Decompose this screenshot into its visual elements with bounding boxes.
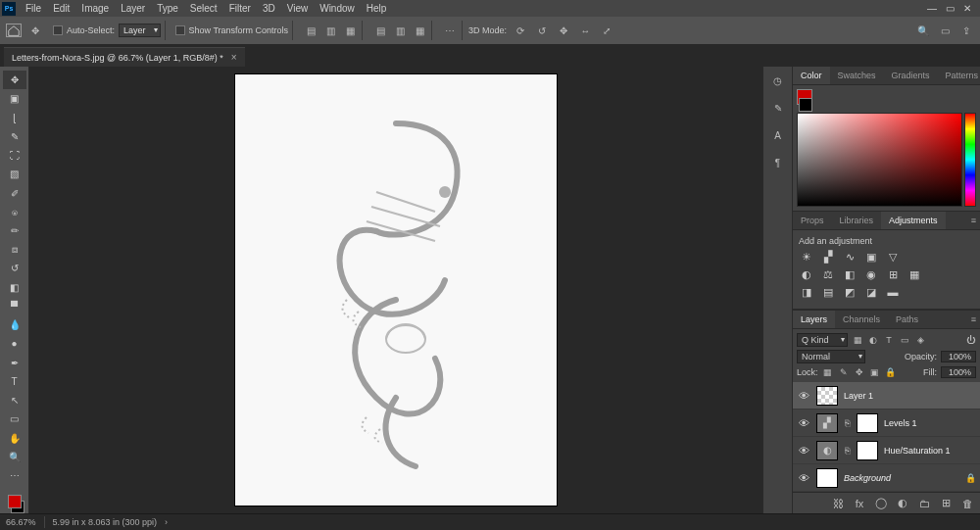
- 3d-orbit-icon[interactable]: ⟳: [513, 23, 528, 38]
- edit-toolbar[interactable]: ⋯: [3, 466, 26, 485]
- layer-name[interactable]: Hue/Saturation 1: [884, 446, 951, 456]
- move-tool-indicator-icon[interactable]: ✥: [27, 23, 43, 38]
- layer-row[interactable]: 👁 ▞ ⎘ Levels 1: [793, 410, 980, 437]
- adjustment-thumbnail[interactable]: ◐: [816, 441, 838, 460]
- delete-layer-icon[interactable]: 🗑: [960, 497, 974, 510]
- move-tool[interactable]: ✥: [3, 71, 26, 89]
- dodge-tool[interactable]: ●: [3, 334, 26, 353]
- history-panel-icon[interactable]: ◷: [768, 71, 788, 90]
- mask-link-icon[interactable]: ⎘: [844, 418, 851, 428]
- adj-brightness-icon[interactable]: ☀: [799, 250, 814, 264]
- new-layer-icon[interactable]: ⊞: [939, 497, 953, 510]
- brush-settings-panel-icon[interactable]: ✎: [768, 98, 788, 118]
- align-left-edges-icon[interactable]: ▤: [303, 23, 318, 38]
- tab-layers[interactable]: Layers: [793, 311, 835, 328]
- adj-curves-icon[interactable]: ∿: [842, 250, 858, 264]
- marquee-tool[interactable]: ▣: [3, 89, 26, 108]
- filter-adjustment-icon[interactable]: ◐: [867, 334, 879, 346]
- tab-swatches[interactable]: Swatches: [830, 67, 884, 84]
- zoom-level[interactable]: 66.67%: [6, 517, 36, 527]
- add-mask-icon[interactable]: ◯: [874, 497, 888, 510]
- adj-levels-icon[interactable]: ▞: [820, 250, 836, 264]
- home-icon[interactable]: [6, 24, 22, 37]
- layer-thumbnail[interactable]: [816, 386, 838, 406]
- show-transform-checkbox[interactable]: [175, 25, 185, 35]
- hand-tool[interactable]: ✋: [3, 428, 26, 447]
- quick-select-tool[interactable]: ✎: [3, 127, 26, 146]
- adj-exposure-icon[interactable]: ▣: [863, 250, 879, 264]
- menu-window[interactable]: Window: [314, 1, 361, 16]
- lock-all-icon[interactable]: 🔒: [885, 366, 897, 378]
- zoom-tool[interactable]: 🔍: [3, 448, 26, 466]
- search-icon[interactable]: 🔍: [915, 23, 931, 38]
- saturation-value-picker[interactable]: [797, 113, 962, 207]
- filter-toggle-switch[interactable]: ⏻: [964, 334, 976, 346]
- paragraph-panel-icon[interactable]: ¶: [768, 153, 788, 172]
- adj-bw-icon[interactable]: ◧: [842, 267, 858, 281]
- adj-hue-icon[interactable]: ◐: [799, 267, 814, 281]
- lock-position-icon[interactable]: ✥: [854, 366, 865, 378]
- auto-select-target-select[interactable]: Layer: [119, 24, 161, 37]
- 3d-roll-icon[interactable]: ↺: [534, 23, 550, 38]
- clone-stamp-tool[interactable]: ⧈: [3, 240, 26, 259]
- layer-thumbnail[interactable]: [816, 468, 838, 488]
- align-top-edges-icon[interactable]: ▤: [372, 23, 388, 38]
- filter-smart-icon[interactable]: ◈: [914, 334, 926, 346]
- adj-posterize-icon[interactable]: ▤: [820, 285, 836, 299]
- layer-row[interactable]: 👁 Layer 1: [793, 382, 980, 410]
- align-vcenter-icon[interactable]: ▥: [392, 23, 408, 38]
- mask-link-icon[interactable]: ⎘: [844, 446, 851, 456]
- frame-tool[interactable]: ▧: [3, 165, 26, 183]
- minimize-button[interactable]: —: [925, 2, 939, 16]
- menu-3d[interactable]: 3D: [257, 1, 281, 16]
- adj-invert-icon[interactable]: ◨: [799, 285, 814, 299]
- gradient-tool[interactable]: ▀: [3, 297, 26, 315]
- close-tab-icon[interactable]: ×: [231, 52, 237, 63]
- fill-input[interactable]: 100%: [941, 366, 976, 378]
- lock-transparency-icon[interactable]: ▦: [822, 366, 834, 378]
- layer-style-icon[interactable]: fx: [853, 497, 866, 510]
- layer-name[interactable]: Background: [844, 473, 891, 483]
- status-chevron-icon[interactable]: ›: [165, 517, 168, 527]
- 3d-pan-icon[interactable]: ✥: [556, 23, 571, 38]
- eyedropper-tool[interactable]: ✐: [3, 183, 26, 202]
- eraser-tool[interactable]: ◧: [3, 278, 26, 297]
- adj-color-balance-icon[interactable]: ⚖: [820, 267, 836, 281]
- canvas-area[interactable]: [29, 67, 762, 513]
- blur-tool[interactable]: 💧: [3, 315, 26, 334]
- foreground-color-swatch[interactable]: [8, 495, 22, 508]
- tab-adjustments[interactable]: Adjustments: [881, 212, 946, 229]
- layer-filter-select[interactable]: Q Kind: [797, 333, 848, 347]
- align-bottom-edges-icon[interactable]: ▦: [412, 23, 427, 38]
- visibility-toggle-icon[interactable]: 👁: [797, 472, 810, 484]
- character-panel-icon[interactable]: A: [768, 125, 788, 145]
- history-brush-tool[interactable]: ↺: [3, 259, 26, 277]
- visibility-toggle-icon[interactable]: 👁: [797, 445, 810, 457]
- tab-channels[interactable]: Channels: [835, 311, 888, 328]
- align-right-edges-icon[interactable]: ▦: [342, 23, 358, 38]
- rectangle-tool[interactable]: ▭: [3, 410, 26, 428]
- mask-thumbnail[interactable]: [857, 441, 878, 460]
- adj-gradient-map-icon[interactable]: ▬: [885, 285, 901, 299]
- lasso-tool[interactable]: ɭ: [3, 108, 26, 126]
- visibility-toggle-icon[interactable]: 👁: [797, 417, 810, 429]
- adj-channel-mixer-icon[interactable]: ⊞: [885, 267, 901, 281]
- tab-gradients[interactable]: Gradients: [884, 67, 938, 84]
- adj-vibrance-icon[interactable]: ▽: [885, 250, 901, 264]
- mask-thumbnail[interactable]: [857, 413, 878, 433]
- path-select-tool[interactable]: ↖: [3, 391, 26, 410]
- menu-edit[interactable]: Edit: [47, 1, 75, 16]
- filter-type-icon[interactable]: T: [883, 334, 895, 346]
- layer-name[interactable]: Levels 1: [884, 418, 917, 428]
- visibility-toggle-icon[interactable]: 👁: [797, 390, 810, 402]
- share-icon[interactable]: ⇪: [958, 23, 974, 38]
- menu-layer[interactable]: Layer: [115, 1, 151, 16]
- lock-pixels-icon[interactable]: ✎: [838, 366, 850, 378]
- restore-button[interactable]: ▭: [943, 2, 956, 16]
- document-dimensions[interactable]: 5.99 in x 8.063 in (300 ppi): [53, 517, 158, 527]
- filter-pixel-icon[interactable]: ▦: [852, 334, 863, 346]
- panel-background-swatch[interactable]: [799, 98, 812, 112]
- new-group-icon[interactable]: 🗀: [917, 497, 931, 510]
- menu-type[interactable]: Type: [151, 1, 184, 16]
- layers-panel-menu-icon[interactable]: ≡: [967, 314, 980, 324]
